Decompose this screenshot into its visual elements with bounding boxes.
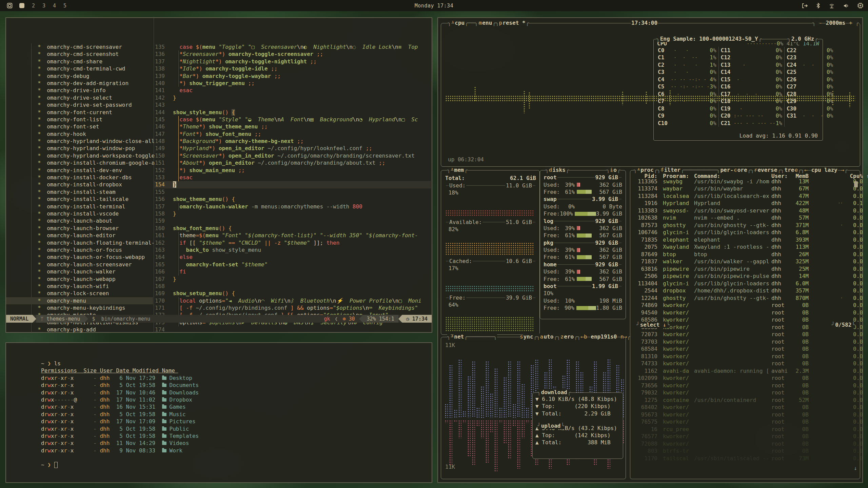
cpu-icon[interactable] <box>857 3 863 8</box>
code-line: 158} <box>154 210 431 217</box>
file-list-item[interactable]: * omarchy-launch-floating-terminal- <box>6 239 153 246</box>
code-line: 159 <box>154 217 431 224</box>
status-flag: gk <box>320 315 334 323</box>
file-list-item[interactable]: * omarchy-launch-browser <box>6 225 153 232</box>
file-list-item[interactable]: * omarchy-install-vscode <box>6 210 153 217</box>
file-list-item[interactable]: * omarchy-dev-add-migration <box>6 80 153 87</box>
volume-icon[interactable] <box>843 3 849 8</box>
file-list-item[interactable]: * omarchy-cmd-share <box>6 58 153 65</box>
code-line: 145 case $(menu "Style" "◒ Theme\nA Font… <box>154 116 431 123</box>
file-list-item[interactable]: * omarchy-hyprland-window-pop <box>6 145 153 152</box>
file-list-item[interactable]: * omarchy-install-dropbox <box>6 181 153 188</box>
auto-button[interactable]: uto <box>543 333 554 340</box>
ls-row: drwxr-xr-x - dhh 17 Nov 17:09 Pictures <box>41 418 432 425</box>
file-list-item[interactable]: * omarchy-launch-screensaver <box>6 261 153 268</box>
bluetooth-icon[interactable] <box>816 3 820 8</box>
folder-icon <box>162 434 166 438</box>
code-line: 171 [ -f ~/.config/hypr/bindings.conf ] … <box>154 304 431 311</box>
exit-icon[interactable] <box>802 3 808 8</box>
reverse-button[interactable]: everse <box>757 167 777 173</box>
editor-window: * omarchy-cmd-screensaver* omarchy-cmd-s… <box>5 17 432 333</box>
statusline: NORMAL ᛘ themes-menu $ bin/omarchy-menu … <box>6 315 432 323</box>
core-row: C30 0% <box>787 105 833 113</box>
code-line: 169show_setup_menu() { <box>154 290 431 297</box>
folder-icon <box>162 405 166 409</box>
mem-box-title: mem <box>454 167 464 173</box>
ls-row: drwxr-xr-x - dhh 16 Nov 15:31 Games <box>41 403 432 410</box>
file-list-item[interactable]: * omarchy-install-terminal <box>6 203 153 210</box>
core-row: C17 · · · 0% <box>721 90 782 98</box>
code-line: 147 *Font*) show_font_menu ;; <box>154 130 431 138</box>
file-list-item[interactable]: * omarchy-cmd-screenshot <box>6 50 153 58</box>
code-line: 167} <box>154 276 431 283</box>
pane-separator <box>154 18 154 333</box>
file-list-item[interactable]: * omarchy-launch-walker <box>6 268 153 275</box>
menu-button[interactable]: enu <box>482 20 492 26</box>
folder-icon <box>162 420 166 423</box>
file-list-item[interactable]: * omarchy-debug <box>6 73 153 80</box>
preset-button[interactable]: reset * <box>502 20 526 26</box>
file-list-item[interactable]: * omarchy-install-tailscale <box>6 196 153 203</box>
file-list-item[interactable]: * omarchy-launch-editor <box>6 232 153 239</box>
core-row: C10 0% <box>658 120 716 127</box>
ls-row: drwxr-xr-x - dhh 5 Oct 19:58 Music <box>41 411 432 418</box>
sync-button[interactable]: ync <box>523 333 534 340</box>
file-list-item[interactable]: * omarchy-launch-or-focus-webapp <box>6 253 153 261</box>
code-line: 148 *Background*) omarchy-theme-bg-next … <box>154 138 431 145</box>
disks-box-title: isks <box>552 167 566 173</box>
mode-indicator: NORMAL <box>6 315 33 323</box>
code-line: 154} <box>154 181 431 188</box>
core-row: C26 0% <box>787 76 833 83</box>
file-list-item[interactable]: * omarchy-hyprland-window-close-all <box>6 138 153 145</box>
file-list-item[interactable]: * omarchy-cmd-terminal-cwd <box>6 65 153 72</box>
core-row: C12 0% <box>721 54 782 61</box>
folder-icon <box>162 413 166 416</box>
ls-row: drwxr-xr-x - dhh 11 Nov 14:29 Videos <box>41 440 432 447</box>
file-list-item[interactable]: * omarchy-lock-screen <box>6 290 153 297</box>
core-row: C2 · · · 1% <box>658 61 716 69</box>
code-line: 161 theme=$(menu "Font" "$(omarchy-font-… <box>154 232 431 239</box>
code-line: 160show_font_menu() { <box>154 225 431 232</box>
zero-button[interactable]: ero <box>564 333 574 340</box>
wifi-icon[interactable] <box>828 3 835 8</box>
file-list-item[interactable]: * omarchy-launch-about <box>6 217 153 224</box>
cpu-model: Eng Sample: 100-000001243-50_Y <box>660 36 758 42</box>
status-time: ◷ 17:34 <box>402 315 432 323</box>
file-list-item[interactable]: * omarchy-launch-wifi <box>6 283 153 290</box>
file-list-item[interactable]: * omarchy-drive-select <box>6 94 153 101</box>
file-list-item[interactable]: * omarchy-cmd-screensaver <box>6 43 153 50</box>
file-list-item[interactable]: * omarchy-install-steam <box>6 188 153 196</box>
file-list-item[interactable]: * omarchy-menu-keybindings <box>6 304 153 311</box>
io-mode-button[interactable]: o <box>613 167 617 173</box>
file-list-item[interactable]: * omarchy-font-set <box>6 123 153 130</box>
ls-row: drwxr-xr-x - dhh 17 Nov 10:46 Downloads <box>41 389 432 396</box>
file-list-item[interactable]: * omarchy-hook <box>6 130 153 138</box>
file-list-item[interactable]: * omarchy-drive-set-password <box>6 101 153 108</box>
file-list-item[interactable]: * omarchy-install-dev-env <box>6 167 153 174</box>
tree-button[interactable]: tre <box>784 167 795 173</box>
code-line: 137 *Nightlight*) omarchy-toggle-nightli… <box>154 58 431 65</box>
code-line: 139 *Bar*) omarchy-toggle-waybar ;; <box>154 73 431 80</box>
folder-icon <box>162 427 166 431</box>
code-line: 152 *) show_main_menu ;; <box>154 167 431 174</box>
code-line: 168 <box>154 283 431 290</box>
file-list-item[interactable]: * omarchy-launch-or-focus <box>6 246 153 253</box>
file-list-item[interactable]: * omarchy-install-docker-dbs <box>6 174 153 181</box>
file-list-item[interactable]: * omarchy-font-current <box>6 109 153 116</box>
file-list-item[interactable]: * omarchy-install-chromium-google-a <box>6 159 153 166</box>
ls-row: drwxr-xr-x - dhh 5 Oct 19:58 Documents <box>41 382 432 389</box>
file-list-item[interactable]: * omarchy-menu <box>6 297 153 304</box>
per-core-button[interactable]: ore <box>737 167 748 173</box>
core-row: C15 · 0% <box>721 76 782 83</box>
code-line: 135 case $(menu "Toggle" "▢ Screensaver\… <box>154 43 431 50</box>
file-list-item[interactable]: * omarchy-pkg-add <box>6 326 153 333</box>
file-list-item[interactable]: * omarchy-font-list <box>6 116 153 123</box>
file-list-item[interactable]: * omarchy-drive-info <box>6 87 153 94</box>
core-row: C1 · · ··1% <box>658 54 716 61</box>
core-row: C31 · · · 0% <box>787 112 833 120</box>
file-list-item[interactable]: * omarchy-launch-webapp <box>6 276 153 283</box>
file-list-item[interactable]: * omarchy-hyprland-workspace-toggle <box>6 152 153 159</box>
status-rec: ⊚ 30 <box>338 315 359 323</box>
core-row: C19 · 0% <box>721 105 782 113</box>
code-line: 142} <box>154 94 431 101</box>
